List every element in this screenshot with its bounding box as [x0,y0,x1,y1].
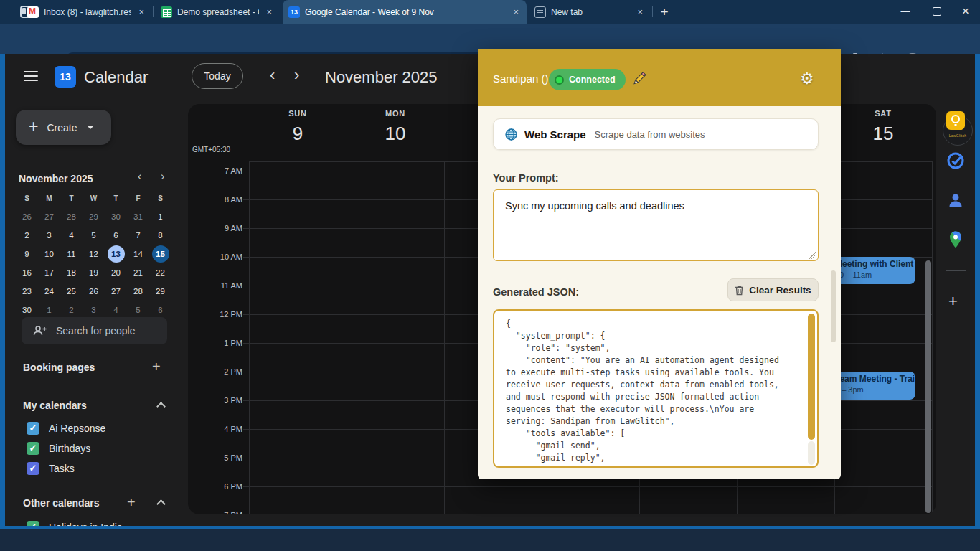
web-scrape-card[interactable]: Web Scrape Scrape data from websites [493,118,819,150]
textarea-resize-grip[interactable] [809,252,816,259]
hour-label: 10 AM [192,253,242,261]
contacts-icon[interactable] [946,191,965,209]
mini-day-cell[interactable]: 7 [130,227,147,244]
day-number[interactable]: 10 [347,123,444,145]
hour-label: 11 AM [192,281,242,290]
mini-day-cell[interactable]: 5 [85,227,103,244]
json-scrollbar[interactable] [808,314,815,440]
mini-day-cell[interactable]: 20 [108,264,125,281]
mini-day-cell[interactable]: 14 [130,245,147,263]
mini-day-cell[interactable]: 28 [63,208,80,225]
json-content: { "system_prompt": { "role": "system", "… [506,318,787,464]
mini-day-cell[interactable]: 12 [85,245,103,263]
mini-prev-icon[interactable]: ‹ [138,170,141,183]
mini-day-cell[interactable]: 30 [19,301,36,319]
search-people-box[interactable]: Search for people [22,317,167,344]
window-minimize-button[interactable]: — [891,0,920,24]
browser-tab[interactable]: Demo spreadsheet - Google Shee× [155,0,280,24]
calendar-list-item[interactable]: ✓Holidays in India [27,521,123,526]
tasks-icon[interactable] [946,151,965,170]
day-number[interactable]: 15 [834,123,932,145]
mini-day-cell[interactable]: 1 [41,301,58,319]
other-calendars-add-icon[interactable]: + [127,494,136,511]
mini-day-cell[interactable]: 29 [85,208,103,225]
mini-day-cell[interactable]: 26 [19,208,36,225]
tab-close-icon[interactable]: × [635,6,645,17]
mini-day-cell[interactable]: 17 [41,264,58,281]
mini-day-cell[interactable]: 5 [130,301,147,319]
mini-day-cell[interactable]: 8 [152,227,169,244]
calendar-checkbox[interactable]: ✓ [27,462,39,475]
calendar-list-item[interactable]: ✓Birthdays [27,442,90,455]
calendar-list-item[interactable]: ✓Ai Repsonse [27,422,105,435]
mini-day-cell[interactable]: 2 [63,301,80,319]
calendar-checkbox[interactable]: ✓ [27,442,39,455]
keep-icon[interactable] [946,111,965,130]
mini-day-cell[interactable]: 27 [41,208,58,225]
mini-day-cell[interactable]: 15 [152,245,169,263]
mini-day-cell[interactable]: 16 [19,264,36,281]
clear-results-button[interactable]: Clear Results [727,278,819,301]
generated-json-label: Generated JSON: [493,286,579,298]
mini-day-cell[interactable]: 23 [19,283,36,300]
other-calendars-collapse-icon[interactable] [156,499,166,509]
calendar-list-item[interactable]: ✓Tasks [27,462,75,475]
calendar-checkbox[interactable]: ✓ [27,521,39,526]
mini-day-cell[interactable]: 27 [108,283,125,300]
mini-day-cell[interactable]: 19 [85,264,103,281]
mini-day-cell[interactable]: 9 [19,245,36,263]
mini-day-letter: T [69,191,73,207]
mini-day-cell[interactable]: 18 [63,264,80,281]
mini-day-cell[interactable]: 24 [41,283,58,300]
mini-day-cell[interactable]: 13 [108,245,125,263]
mini-day-cell[interactable]: 31 [130,208,147,225]
window-maximize-button[interactable] [923,0,951,24]
panel-scrollbar[interactable] [831,270,836,342]
mini-day-cell[interactable]: 30 [108,208,125,225]
mini-day-cell[interactable]: 2 [19,227,36,244]
prev-week-icon[interactable]: ‹ [270,66,275,85]
prompt-textarea[interactable]: Sync my upcoming calls and deadlines [493,189,819,261]
create-button[interactable]: + Create [16,110,111,145]
browser-tab[interactable]: New tab× [529,0,651,24]
mini-day-cell[interactable]: 26 [85,283,103,300]
mini-day-cell[interactable]: 6 [108,227,125,244]
mini-next-icon[interactable]: › [161,170,164,183]
mini-day-cell[interactable]: 25 [63,283,80,300]
mini-day-cell[interactable]: 28 [130,283,147,300]
mini-day-cell[interactable]: 4 [108,301,125,319]
tab-close-icon[interactable]: × [136,6,146,17]
mini-day-cell[interactable]: 22 [152,264,169,281]
mini-day-cell[interactable]: 3 [41,227,58,244]
today-button[interactable]: Today [192,63,243,89]
maps-icon[interactable] [946,230,965,249]
my-calendars-collapse-icon[interactable] [156,402,166,411]
get-addons-icon[interactable]: + [948,292,958,311]
new-tab-button[interactable]: + [656,4,673,21]
booking-pages-add-icon[interactable]: + [152,359,161,375]
day-number[interactable]: 9 [249,123,347,145]
mini-day-cell[interactable]: 10 [41,245,58,263]
mini-day-cell[interactable]: 4 [63,227,80,244]
tab-title: New tab [551,7,630,17]
edit-pencil-icon[interactable] [630,70,647,88]
calendar-checkbox[interactable]: ✓ [27,422,39,435]
browser-tab[interactable]: Inbox (8) - lawglitch.response@g× [22,0,152,24]
main-menu-icon[interactable] [24,71,38,81]
calendar-event[interactable]: Team Meeting - Training2 – 3pm [829,372,915,400]
window-close-button[interactable]: × [951,0,980,24]
settings-gear-icon[interactable]: ⚙ [800,70,814,88]
tab-close-icon[interactable]: × [511,6,521,17]
browser-tab[interactable]: 13Google Calendar - Week of 9 Nov× [283,0,527,24]
grid-scrollbar[interactable] [925,260,931,513]
next-week-icon[interactable]: › [294,66,299,85]
mini-day-cell[interactable]: 6 [152,301,169,319]
mini-day-cell[interactable]: 11 [63,245,80,263]
tab-close-icon[interactable]: × [264,6,274,17]
mini-day-cell[interactable]: 3 [85,301,103,319]
calendar-event[interactable]: Meeting with Client10 – 11am [829,257,915,284]
generated-json-output[interactable]: { "system_prompt": { "role": "system", "… [493,309,819,468]
mini-day-cell[interactable]: 29 [152,283,169,300]
mini-day-cell[interactable]: 1 [152,208,169,225]
mini-day-cell[interactable]: 21 [130,264,147,281]
